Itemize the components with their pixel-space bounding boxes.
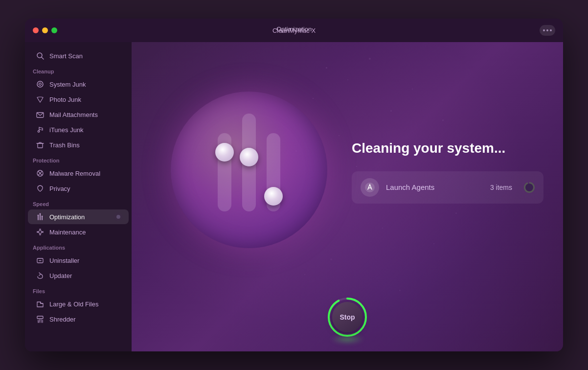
optimization-graphic <box>171 92 327 248</box>
titlebar-actions <box>540 25 555 36</box>
right-panel: Cleaning your system... Launch Agents 3 … <box>327 120 563 219</box>
section-label-files: Files <box>25 283 132 296</box>
stop-button-area: Stop <box>132 298 563 351</box>
uninstaller-label: Uninstaller <box>49 257 79 264</box>
smart-scan-icon <box>36 51 45 60</box>
slider-thumb-2 <box>240 148 258 166</box>
menu-dot <box>546 29 548 31</box>
itunes-icon <box>36 125 45 134</box>
privacy-label: Privacy <box>49 185 70 192</box>
section-title: Optimization <box>276 25 312 33</box>
uninstaller-icon <box>36 256 45 265</box>
sidebar-item-photo-junk[interactable]: Photo Junk <box>28 92 129 107</box>
stop-glow <box>330 334 364 344</box>
updater-icon <box>36 271 45 280</box>
sidebar-item-privacy[interactable]: Privacy <box>28 181 129 196</box>
close-button[interactable] <box>33 27 39 33</box>
sidebar-item-optimization[interactable]: Optimization <box>28 209 129 224</box>
svg-rect-5 <box>38 143 43 148</box>
titlebar: CleanMyMac X Optimization <box>25 19 563 42</box>
shredder-icon <box>36 315 45 324</box>
trash-bins-label: Trash Bins <box>49 141 80 149</box>
menu-dot <box>543 29 545 31</box>
slider-thumb-3 <box>264 187 283 206</box>
itunes-junk-label: iTunes Junk <box>49 126 84 134</box>
svg-point-2 <box>37 81 43 87</box>
sidebar-item-itunes-junk[interactable]: iTunes Junk <box>28 122 129 137</box>
sidebar-item-updater[interactable]: Updater <box>28 268 129 283</box>
malware-removal-label: Malware Removal <box>49 170 100 177</box>
cleaning-status-title: Cleaning your system... <box>352 140 543 157</box>
menu-dot <box>550 29 552 31</box>
launch-agents-spinner <box>524 182 535 193</box>
system-junk-icon <box>36 80 45 89</box>
trash-icon <box>36 140 45 149</box>
section-label-applications: Applications <box>25 240 132 253</box>
shredder-label: Shredder <box>49 316 75 323</box>
photo-junk-label: Photo Junk <box>49 96 81 103</box>
maintenance-icon <box>36 228 45 236</box>
smart-scan-label: Smart Scan <box>49 52 83 60</box>
large-old-files-label: Large & Old Files <box>49 301 98 308</box>
slider-2 <box>242 114 256 211</box>
minimize-button[interactable] <box>42 27 48 33</box>
mail-icon <box>36 110 45 119</box>
circle-inner <box>171 92 327 248</box>
app-window: CleanMyMac X Optimization Smart Scan <box>25 19 563 351</box>
launch-agents-label: Launch Agents <box>386 183 483 191</box>
traffic-lights <box>33 27 57 33</box>
section-label-protection: Protection <box>25 153 132 165</box>
sidebar-item-malware-removal[interactable]: Malware Removal <box>28 166 129 181</box>
updater-label: Updater <box>49 272 72 279</box>
optimization-label: Optimization <box>49 213 85 221</box>
photo-junk-icon <box>36 95 45 104</box>
circle-outer <box>171 92 327 248</box>
sidebar-item-shredder[interactable]: Shredder <box>28 312 129 326</box>
svg-point-13 <box>38 215 39 216</box>
stop-btn-wrapper: Stop <box>328 298 367 337</box>
svg-line-1 <box>42 57 44 59</box>
svg-rect-18 <box>37 316 43 319</box>
slider-1 <box>218 133 231 211</box>
slider-3 <box>267 133 280 211</box>
mail-attachments-label: Mail Attachments <box>49 111 98 118</box>
svg-point-14 <box>40 213 41 215</box>
maximize-button[interactable] <box>51 27 57 33</box>
optimization-icon <box>36 212 45 221</box>
launch-agents-count: 3 items <box>490 184 512 191</box>
slider-thumb-1 <box>215 143 234 162</box>
svg-point-4 <box>38 131 40 133</box>
svg-point-15 <box>42 216 43 217</box>
sliders <box>218 114 280 226</box>
sidebar-item-maintenance[interactable]: Maintenance <box>28 225 129 239</box>
privacy-icon <box>36 184 45 193</box>
large-files-icon <box>36 300 45 308</box>
sidebar-item-trash-bins[interactable]: Trash Bins <box>28 138 129 152</box>
sidebar-item-large-old-files[interactable]: Large & Old Files <box>28 297 129 311</box>
sidebar: Smart Scan Cleanup System Junk <box>25 42 132 351</box>
sidebar-item-smart-scan[interactable]: Smart Scan <box>28 48 129 63</box>
maintenance-label: Maintenance <box>49 229 86 236</box>
menu-button[interactable] <box>540 25 555 36</box>
main-body: Cleaning your system... Launch Agents 3 … <box>132 42 563 298</box>
sidebar-item-uninstaller[interactable]: Uninstaller <box>28 253 129 268</box>
scan-item-launch-agents: Launch Agents 3 items <box>352 171 543 204</box>
stop-button[interactable]: Stop <box>332 302 362 332</box>
sidebar-item-system-junk[interactable]: System Junk <box>28 77 129 92</box>
malware-icon <box>36 169 45 178</box>
content-area: Smart Scan Cleanup System Junk <box>25 42 563 351</box>
active-dot <box>116 215 120 219</box>
section-label-cleanup: Cleanup <box>25 64 132 76</box>
main-content-area: Cleaning your system... Launch Agents 3 … <box>132 42 563 351</box>
active-indicator <box>114 212 123 221</box>
system-junk-label: System Junk <box>49 81 86 88</box>
svg-line-20 <box>39 320 40 323</box>
sidebar-item-mail-attachments[interactable]: Mail Attachments <box>28 107 129 122</box>
section-label-speed: Speed <box>25 196 132 209</box>
launch-agents-icon <box>361 178 379 197</box>
